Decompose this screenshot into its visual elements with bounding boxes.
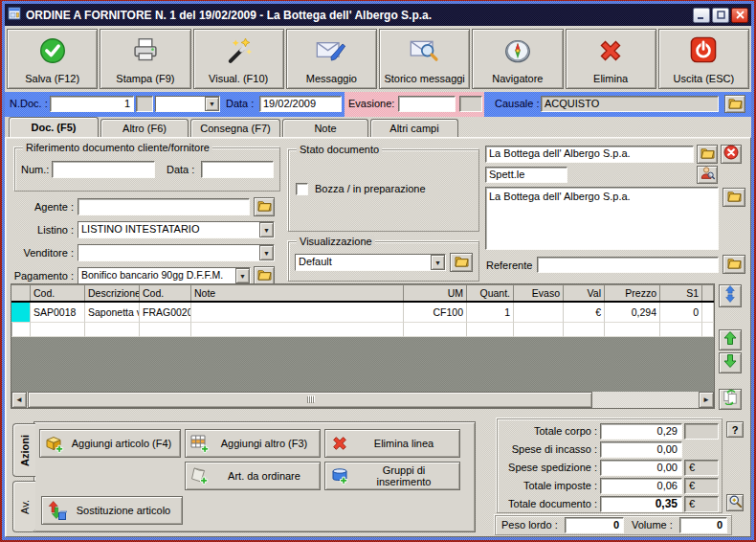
navigator-button[interactable]: Navigatore bbox=[472, 29, 563, 89]
supplier-clear-button[interactable] bbox=[721, 145, 742, 164]
referente-input[interactable] bbox=[537, 257, 719, 273]
title-bar[interactable]: ORDINE A FORNITORE N. 1 del 19/02/2009 -… bbox=[5, 4, 751, 26]
dropdown-arrow-icon[interactable]: ▼ bbox=[235, 268, 250, 283]
listino-select[interactable]: LISTINO INTESTATARIO ▼ bbox=[78, 221, 275, 238]
pagamento-select[interactable]: Bonifico bancario 90gg D.F.F.M. ▼ bbox=[78, 267, 251, 284]
scroll-left-icon[interactable]: ◄ bbox=[11, 392, 27, 408]
totals-help-button[interactable]: ? bbox=[726, 421, 744, 438]
peso-lordo-value: 0 bbox=[565, 517, 624, 533]
causale-input[interactable]: ACQUISTO bbox=[541, 96, 719, 112]
insert-groups-button[interactable]: Gruppi di inserimento bbox=[324, 462, 460, 490]
compass-icon bbox=[503, 36, 532, 69]
tab-note[interactable]: Note bbox=[282, 119, 368, 137]
dropdown-arrow-icon[interactable]: ▼ bbox=[259, 245, 274, 260]
tab-consegna[interactable]: Consegna (F7) bbox=[190, 119, 280, 137]
actions-tab-azioni[interactable]: Azioni bbox=[12, 423, 35, 477]
move-row-button[interactable] bbox=[719, 284, 742, 307]
preview-button[interactable]: Visual. (F10) bbox=[193, 29, 284, 89]
visualizzazione-folder-button[interactable] bbox=[450, 253, 473, 272]
ndoc-type-select[interactable]: ▼ bbox=[155, 96, 220, 112]
magic-wand-icon bbox=[224, 36, 253, 69]
refresh-icon bbox=[723, 390, 738, 409]
replace-article-button[interactable]: Sostituzione articolo bbox=[41, 496, 183, 525]
delete-line-button[interactable]: Elimina linea bbox=[324, 429, 460, 458]
ndoc-input[interactable]: 1 bbox=[50, 96, 134, 112]
agente-folder-button[interactable] bbox=[254, 197, 275, 216]
grid-col-s1[interactable]: S1 bbox=[660, 284, 702, 301]
dropdown-arrow-icon[interactable]: ▼ bbox=[259, 222, 274, 237]
message-history-button[interactable]: Storico messaggi bbox=[379, 29, 470, 89]
maximize-button[interactable] bbox=[712, 8, 729, 23]
tab-doc[interactable]: Doc. (F5) bbox=[9, 117, 99, 137]
grid-col-cod2[interactable]: Cod. bbox=[140, 284, 191, 301]
add-other-button[interactable]: Aggiungi altro (F3) bbox=[185, 429, 321, 458]
row-down-button[interactable] bbox=[719, 352, 742, 373]
scroll-right-icon[interactable]: ► bbox=[699, 392, 714, 408]
add-article-button[interactable]: Aggiungi articolo (F4) bbox=[39, 429, 181, 458]
refresh-button[interactable] bbox=[719, 389, 742, 410]
supplier-name-input[interactable]: La Bottega dell' Albergo S.p.a. bbox=[485, 146, 694, 163]
grid-horizontal-scrollbar[interactable]: ◄ ► bbox=[11, 392, 714, 408]
grid-col-note[interactable]: Note bbox=[191, 284, 404, 301]
evasione-extra-box[interactable] bbox=[459, 96, 482, 112]
address-textarea[interactable]: La Bottega dell' Albergo S.p.a. bbox=[485, 187, 719, 250]
dropdown-arrow-icon[interactable]: ▼ bbox=[205, 97, 219, 111]
actions-tab-avanzate[interactable]: Av. bbox=[12, 481, 35, 532]
num-input[interactable] bbox=[52, 161, 155, 178]
person-search-icon bbox=[700, 166, 715, 185]
rif-date-input[interactable] bbox=[201, 161, 274, 178]
scrollbar-thumb[interactable] bbox=[28, 392, 592, 408]
causale-folder-button[interactable] bbox=[724, 95, 745, 113]
contact-search-button[interactable] bbox=[697, 166, 718, 184]
ndoc-spin-box[interactable] bbox=[136, 96, 153, 112]
dropdown-arrow-icon[interactable]: ▼ bbox=[431, 255, 445, 270]
evasione-input[interactable] bbox=[398, 96, 456, 112]
evasione-area: Evasione: bbox=[345, 92, 484, 117]
totals-groupbox: Totale corpo : 0,29 Spese di incasso : 0… bbox=[497, 418, 723, 513]
venditore-select[interactable]: ▼ bbox=[78, 244, 275, 261]
evasione-label: Evasione: bbox=[348, 98, 394, 109]
salutation-input[interactable]: Spett.le bbox=[485, 167, 567, 183]
table-row[interactable]: SAP0018 Saponetta viso FRAG00206 CF100 1… bbox=[11, 303, 714, 323]
peso-volume-groupbox: Peso lordo : 0 Volume : 0 bbox=[495, 515, 732, 535]
row-up-button[interactable] bbox=[719, 329, 742, 350]
print-button[interactable]: Stampa (F9) bbox=[100, 29, 190, 89]
visualizzazione-select[interactable]: Default ▼ bbox=[295, 254, 446, 271]
folder-icon bbox=[455, 254, 469, 271]
grid-col-evaso[interactable]: Evaso bbox=[514, 284, 564, 301]
exit-button[interactable]: Uscita (ESC) bbox=[658, 29, 749, 89]
save-button[interactable]: Salva (F12) bbox=[7, 29, 98, 89]
pagamento-label: Pagamento : bbox=[7, 270, 74, 282]
grid-col-quant[interactable]: Quant. bbox=[467, 284, 514, 301]
message-label: Messaggio bbox=[306, 73, 357, 84]
tab-altro[interactable]: Altro (F6) bbox=[100, 119, 189, 137]
delete-button[interactable]: Elimina bbox=[566, 29, 656, 89]
message-button[interactable]: Messaggio bbox=[286, 29, 377, 89]
address-folder-button[interactable] bbox=[723, 188, 745, 207]
date-input[interactable]: 19/02/2009 bbox=[259, 96, 342, 112]
grid-col-prezzo[interactable]: Prezzo bbox=[605, 284, 660, 301]
row-select-cell[interactable] bbox=[11, 303, 31, 323]
articles-to-order-button[interactable]: Art. da ordinare bbox=[185, 462, 321, 490]
grid-col-val[interactable]: Val bbox=[564, 284, 605, 301]
minimize-button[interactable] bbox=[693, 8, 710, 23]
referente-folder-button[interactable] bbox=[723, 255, 745, 274]
pagamento-folder-button[interactable] bbox=[254, 266, 275, 285]
folder-icon bbox=[257, 267, 272, 284]
totals-zoom-button[interactable] bbox=[726, 494, 744, 511]
close-button[interactable] bbox=[731, 8, 748, 23]
bozza-checkbox[interactable] bbox=[296, 183, 308, 195]
grid-col-descrizione[interactable]: Descrizione bbox=[85, 284, 140, 301]
grid-col-um[interactable]: UM bbox=[404, 284, 467, 301]
message-history-label: Storico messaggi bbox=[384, 73, 464, 84]
grid-col-cod1[interactable]: Cod. bbox=[31, 284, 85, 301]
spedizione-currency: € bbox=[684, 460, 719, 476]
bozza-label[interactable]: Bozza / in preparazione bbox=[315, 183, 426, 194]
volume-label: Volume : bbox=[632, 519, 673, 531]
imposte-currency: € bbox=[684, 478, 719, 494]
supplier-folder-button[interactable] bbox=[697, 145, 718, 164]
red-x-icon bbox=[325, 434, 354, 453]
agente-input[interactable] bbox=[78, 198, 250, 215]
check-circle-icon bbox=[38, 36, 67, 69]
tab-altri-campi[interactable]: Altri campi bbox=[370, 119, 458, 137]
